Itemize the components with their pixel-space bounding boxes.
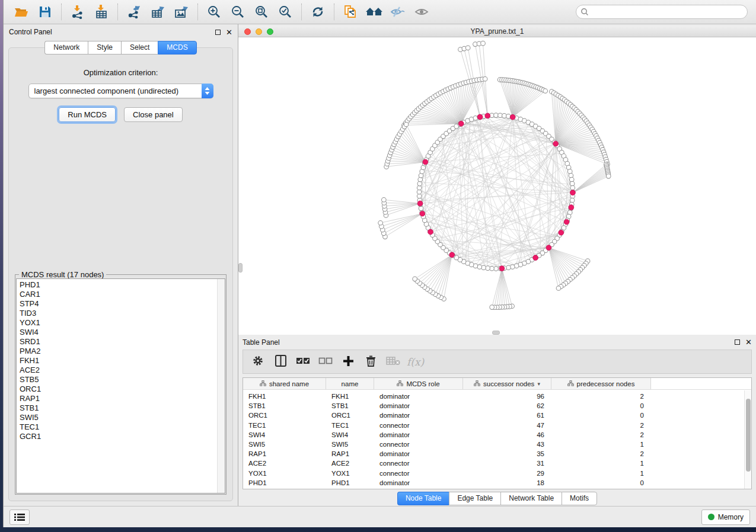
criterion-dropdown[interactable]: largest connected component (undirected) <box>28 84 213 98</box>
table-row[interactable]: ORC1ORC1dominator610 <box>243 411 751 420</box>
result-list-item[interactable]: RAP1 <box>20 394 217 403</box>
result-list-item[interactable]: FKH1 <box>20 356 217 366</box>
import-table-button[interactable] <box>90 2 113 21</box>
show-graphics-button[interactable] <box>410 2 433 21</box>
show-column-panel-button[interactable] <box>269 352 292 372</box>
select-all-button[interactable] <box>292 352 314 372</box>
tab-mcds[interactable]: MCDS <box>158 41 196 55</box>
function-builder-icon: f(x) <box>407 356 424 368</box>
column-header-predecessor-nodes[interactable]: predecessor nodes <box>551 378 651 389</box>
main-toolbar <box>4 0 756 24</box>
result-list-item[interactable]: ACE2 <box>20 366 217 375</box>
delete-column-button[interactable] <box>359 352 382 372</box>
zoom-selected-icon <box>278 5 292 19</box>
zoom-selected-button[interactable] <box>273 2 297 21</box>
network-horizontal-scrollbar[interactable] <box>492 331 500 335</box>
export-image-button[interactable] <box>170 2 193 21</box>
refresh-icon <box>311 5 325 19</box>
window-close-icon[interactable] <box>244 28 251 35</box>
result-list-item[interactable]: PHD1 <box>20 280 217 290</box>
window-maximize-icon[interactable] <box>267 28 273 35</box>
network-graph[interactable] <box>238 37 756 335</box>
table-row[interactable]: SWI5SWI5connector431 <box>243 440 751 449</box>
mcds-tab-content: Optimization criterion: largest connecte… <box>8 47 233 501</box>
duplicate-network-button[interactable] <box>339 2 362 21</box>
zoom-out-button[interactable] <box>226 2 250 21</box>
column-header-MCDS-role[interactable]: MCDS role <box>374 378 463 389</box>
result-list-scrollbar[interactable] <box>217 279 225 493</box>
column-header-name[interactable]: name <box>326 378 374 389</box>
result-list-item[interactable]: TID3 <box>20 309 217 318</box>
network-window-titlebar[interactable]: YPA_prune.txt_1 <box>238 26 756 37</box>
save-session-button[interactable] <box>33 2 57 21</box>
window-minimize-icon[interactable] <box>256 28 262 35</box>
show-column-panel-icon <box>275 355 286 368</box>
settings-gear-button[interactable] <box>247 352 269 372</box>
table-panel-tabs: Node TableEdge TableNetwork TableMotifs <box>243 492 752 506</box>
close-panel-button[interactable]: Close panel <box>124 107 183 122</box>
open-file-button[interactable] <box>9 2 33 21</box>
memory-button[interactable]: Memory <box>701 509 750 525</box>
result-list-item[interactable]: ORC1 <box>20 384 217 394</box>
tab-edge-table[interactable]: Edge Table <box>449 492 500 505</box>
result-list-item[interactable]: STP4 <box>20 299 217 309</box>
optimization-criterion-label: Optimization criterion: <box>9 68 232 77</box>
refresh-button[interactable] <box>306 2 330 21</box>
first-neighbors-button[interactable] <box>362 2 386 21</box>
tab-network[interactable]: Network <box>44 41 88 55</box>
close-table-panel-icon[interactable]: ✕ <box>745 338 752 346</box>
import-network-icon <box>71 5 85 19</box>
search-input[interactable] <box>576 5 748 19</box>
table-row[interactable]: STB1STB1dominator620 <box>243 401 751 411</box>
result-list-item[interactable]: PMA2 <box>20 347 217 356</box>
table-row[interactable]: TEC1TEC1connector472 <box>243 421 751 430</box>
criterion-dropdown-value: largest connected component (undirected) <box>29 86 202 95</box>
network-canvas[interactable] <box>238 37 756 335</box>
table-cell: connector <box>374 460 463 467</box>
column-header-shared-name[interactable]: shared name <box>243 378 326 389</box>
zoom-in-button[interactable] <box>202 2 226 21</box>
tab-select[interactable]: Select <box>121 41 158 55</box>
table-row[interactable]: PHD1PHD1dominator180 <box>243 478 751 488</box>
result-list-item[interactable]: TEC1 <box>20 422 217 432</box>
network-vertical-scrollbar[interactable] <box>238 263 243 273</box>
tab-motifs[interactable]: Motifs <box>562 492 597 505</box>
tab-style[interactable]: Style <box>88 41 121 55</box>
table-cell: dominator <box>374 393 463 400</box>
export-network-button[interactable] <box>122 2 146 21</box>
task-history-button[interactable] <box>9 509 30 525</box>
table-vertical-scrollbar[interactable] <box>744 390 751 489</box>
table-cell: dominator <box>374 450 463 457</box>
result-list-item[interactable]: CAR1 <box>20 290 217 299</box>
float-table-panel-icon[interactable] <box>735 339 740 345</box>
result-list-item[interactable]: YOX1 <box>20 318 217 328</box>
tab-network-table[interactable]: Network Table <box>500 492 562 505</box>
tab-node-table[interactable]: Node Table <box>397 492 449 505</box>
result-list-item[interactable]: SWI4 <box>20 328 217 337</box>
mcds-result-group: MCDS result (17 nodes) PHD1CAR1STP4TID3Y… <box>15 274 227 495</box>
result-list-item[interactable]: STB1 <box>20 403 217 413</box>
export-table-button[interactable] <box>146 2 170 21</box>
table-row[interactable]: ACE2ACE2connector311 <box>243 459 751 468</box>
close-panel-icon[interactable]: ✕ <box>226 28 232 36</box>
import-network-button[interactable] <box>66 2 90 21</box>
table-row[interactable]: YOX1YOX1connector291 <box>243 469 751 478</box>
float-panel-icon[interactable] <box>215 30 221 35</box>
mcds-result-list[interactable]: PHD1CAR1STP4TID3YOX1SWI4SRD1PMA2FKH1ACE2… <box>16 278 225 493</box>
result-list-item[interactable]: GCR1 <box>20 432 217 441</box>
table-row[interactable]: RAP1RAP1dominator352 <box>243 449 751 459</box>
result-list-item[interactable]: SRD1 <box>20 337 217 347</box>
add-column-button[interactable] <box>337 352 359 372</box>
table-cell: 61 <box>463 412 551 419</box>
unselect-all-button[interactable] <box>314 352 337 372</box>
table-row[interactable]: FKH1FKH1dominator962 <box>243 392 751 401</box>
result-list-item[interactable]: SWI5 <box>20 413 217 422</box>
hide-graphics-button[interactable] <box>386 2 410 21</box>
zoom-fit-button[interactable] <box>250 2 273 21</box>
control-panel: Control Panel ✕ NetworkStyleSelectMCDS O… <box>4 24 238 506</box>
column-header-successor-nodes[interactable]: successor nodes▾ <box>463 378 551 389</box>
table-row[interactable]: SWI4SWI4dominator462 <box>243 430 751 440</box>
result-list-item[interactable]: STB5 <box>20 375 217 384</box>
duplicate-network-icon <box>343 4 358 20</box>
run-mcds-button[interactable]: Run MCDS <box>59 107 116 122</box>
